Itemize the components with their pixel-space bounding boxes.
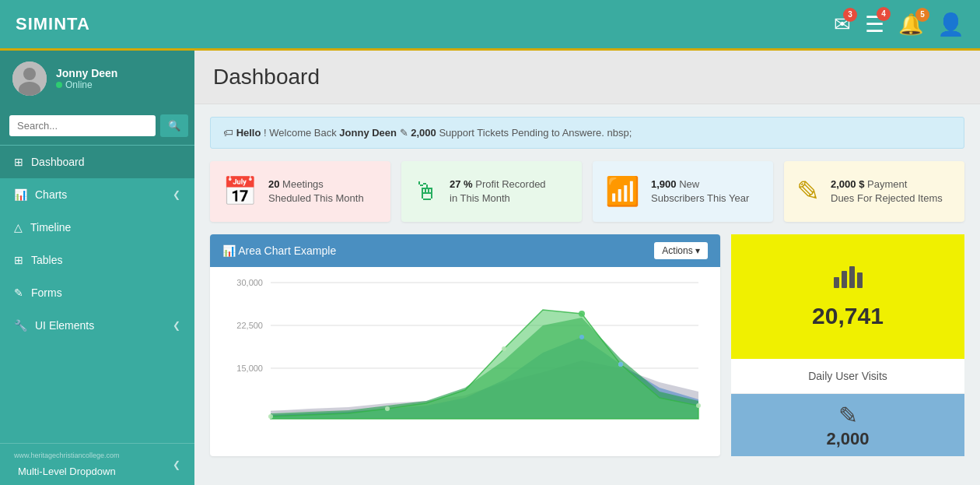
widget-edit-value: 2,000	[826, 429, 869, 449]
svg-text:15,000: 15,000	[236, 364, 263, 373]
svg-point-1	[23, 68, 36, 80]
sidebar-item-dashboard[interactable]: ⊞ Dashboard	[0, 146, 194, 178]
payment-icon: ✎	[796, 175, 820, 208]
sidebar-item-tables[interactable]: ⊞ Tables	[0, 244, 194, 276]
chart-dot	[385, 406, 390, 411]
welcome-text: ! Welcome Back	[264, 127, 339, 139]
daily-visits-value: 20,741	[812, 303, 884, 329]
calendar-icon: 📅	[222, 175, 257, 208]
sidebar-footer[interactable]: www.heritagechristiancollege.com Multi-L…	[0, 443, 194, 485]
search-input[interactable]	[9, 115, 156, 136]
timeline-icon: △	[14, 221, 23, 234]
edit-icon: ✎	[838, 402, 858, 429]
welcome-hello: Hello	[236, 127, 264, 139]
sidebar-item-label: Dashboard	[31, 156, 85, 168]
stat-text: 1,900 NewSubscribers This Year	[651, 177, 749, 206]
dashboard-icon: ⊞	[14, 156, 23, 168]
lower-section: 📊 Area Chart Example Actions ▾	[210, 234, 964, 456]
welcome-tickets: 2,000	[411, 127, 436, 139]
topnav: SIMINTA ✉ 3 ☰ 4 🔔 5 👤	[0, 0, 980, 51]
chart-dot	[696, 403, 701, 408]
area-chart: 30,000 22,500 15,000	[210, 267, 720, 446]
user-icon-wrap[interactable]: 👤	[937, 12, 964, 37]
subscribers-icon: 📶	[605, 175, 640, 208]
user-icon: 👤	[937, 12, 964, 37]
stat-text: 20 MeetingsSheduled This Month	[268, 177, 364, 206]
user-status: Online	[56, 79, 117, 90]
mail-icon-wrap[interactable]: ✉ 3	[834, 12, 851, 37]
user-info: Jonny Deen Online	[56, 67, 117, 90]
sidebar-item-label: Tables	[31, 254, 62, 266]
chart-header: 📊 Area Chart Example Actions ▾	[210, 234, 720, 267]
profit-icon: 🖱	[414, 177, 439, 206]
stat-card-payment: ✎ 2,000 $ PaymentDues For Rejected Items	[784, 161, 964, 222]
welcome-pencil: ✎	[400, 127, 411, 139]
bell-badge: 5	[915, 8, 929, 22]
widget-edit: ✎ 2,000	[731, 394, 964, 456]
content-inner: 🏷 Hello ! Welcome Back Jonny Deen ✎ 2,00…	[194, 104, 980, 469]
chevron-icon: ❮	[173, 189, 180, 200]
chart-dot-blue	[618, 362, 623, 367]
user-panel: Jonny Deen Online	[0, 51, 194, 107]
tables-icon: ⊞	[14, 254, 23, 266]
main-content: Dashboard 🏷 Hello ! Welcome Back Jonny D…	[194, 51, 980, 485]
main-layout: Jonny Deen Online 🔍 ⊞ Dashboard 📊	[0, 51, 980, 485]
user-name: Jonny Deen	[56, 67, 117, 79]
svg-text:30,000: 30,000	[236, 278, 263, 287]
search-button[interactable]: 🔍	[160, 114, 188, 137]
welcome-bar: 🏷 Hello ! Welcome Back Jonny Deen ✎ 2,00…	[210, 117, 964, 149]
page-title: Dashboard	[213, 65, 961, 90]
ui-icon: 🔧	[14, 319, 27, 332]
bar-chart-icon	[832, 262, 863, 297]
svg-text:22,500: 22,500	[236, 321, 263, 330]
svg-rect-10	[834, 277, 839, 288]
sidebar-item-charts[interactable]: 📊 Charts ❮	[0, 178, 194, 211]
chart-series-light-green	[271, 310, 698, 419]
welcome-icon: 🏷	[223, 127, 233, 139]
list-icon-wrap[interactable]: ☰ 4	[865, 12, 884, 37]
charts-icon: 📊	[14, 188, 27, 201]
sidebar-item-label: Forms	[31, 286, 62, 299]
sidebar-item-label: UI Elements	[35, 319, 94, 332]
footer-url: www.heritagechristiancollege.com	[14, 452, 120, 459]
sidebar-item-ui-elements[interactable]: 🔧 UI Elements ❮	[0, 309, 194, 342]
stat-card-meetings: 📅 20 MeetingsSheduled This Month	[210, 161, 390, 222]
bell-icon-wrap[interactable]: 🔔 5	[898, 12, 923, 37]
sidebar-item-forms[interactable]: ✎ Forms	[0, 276, 194, 309]
forms-icon: ✎	[14, 286, 23, 299]
list-badge: 4	[877, 7, 891, 21]
avatar	[12, 62, 47, 96]
sidebar-item-timeline[interactable]: △ Timeline	[0, 211, 194, 244]
stat-cards: 📅 20 MeetingsSheduled This Month 🖱 27 % …	[210, 161, 964, 222]
chart-card: 📊 Area Chart Example Actions ▾	[210, 234, 720, 456]
stat-card-subscribers: 📶 1,900 NewSubscribers This Year	[593, 161, 773, 222]
svg-rect-13	[857, 272, 863, 288]
welcome-end: Support Tickets Pending to Answere. nbsp…	[439, 127, 632, 139]
chart-dot	[502, 346, 506, 351]
svg-rect-12	[849, 266, 855, 288]
search-bar: 🔍	[0, 107, 194, 145]
status-dot	[56, 82, 62, 88]
welcome-name: Jonny Deen	[339, 127, 397, 139]
sidebar-item-label: Charts	[35, 188, 67, 201]
right-widgets: 20,741 Daily User Visits ✎ 2,000	[731, 234, 964, 456]
chart-dot-blue	[579, 335, 584, 339]
stat-label: MeetingsSheduled This Month	[268, 178, 364, 204]
chevron-icon: ❮	[173, 459, 180, 470]
chart-dot	[579, 311, 585, 317]
chart-icon: 📊	[222, 244, 238, 257]
mail-badge: 3	[843, 8, 857, 22]
stat-text: 27 % Profit Recordedin This Month	[450, 177, 546, 206]
topnav-icons: ✉ 3 ☰ 4 🔔 5 👤	[834, 12, 964, 37]
chart-title: 📊 Area Chart Example	[222, 244, 336, 257]
sidebar-item-label: Timeline	[30, 221, 71, 234]
widget-daily-visits: 20,741	[731, 234, 964, 359]
chart-body: 30,000 22,500 15,000	[210, 267, 720, 446]
stat-card-profit: 🖱 27 % Profit Recordedin This Month	[401, 161, 582, 222]
brand-logo: SIMINTA	[16, 14, 90, 34]
stat-text: 2,000 $ PaymentDues For Rejected Items	[831, 177, 943, 206]
chevron-icon: ❮	[173, 320, 180, 331]
actions-button[interactable]: Actions ▾	[654, 242, 708, 259]
page-header: Dashboard	[194, 51, 980, 104]
widget-daily-visits-label: Daily User Visits	[731, 359, 964, 394]
